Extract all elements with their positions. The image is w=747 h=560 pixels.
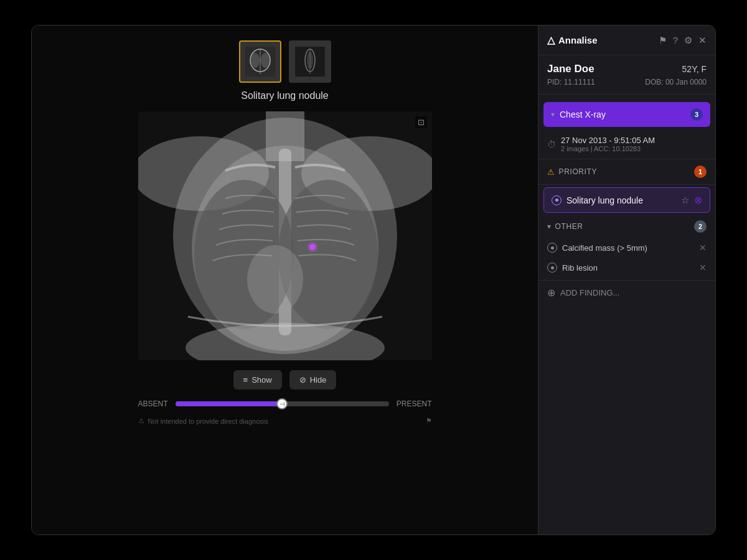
svg-point-4 — [261, 53, 270, 68]
priority-row[interactable]: ⚠ PRIORITY 1 — [538, 159, 715, 185]
hide-icon: ⊘ — [299, 375, 306, 385]
active-finding-row[interactable]: Solitary lung nodule ☆ ⊗ — [543, 187, 710, 213]
patient-name-row: Jane Doe 52Y, F — [547, 63, 707, 75]
other-label: OTHER — [555, 222, 583, 231]
priority-label: PRIORITY — [559, 167, 597, 176]
thumbnail-1[interactable] — [239, 40, 281, 83]
date-row: ⏱ 27 Nov 2013 - 9:51:05 AM 2 images | AC… — [538, 129, 715, 159]
left-panel: Solitary lung nodule — [32, 26, 538, 534]
show-icon: ≡ — [243, 375, 248, 385]
slider-fill — [176, 401, 283, 406]
finding-close-0[interactable]: ✕ — [699, 243, 707, 253]
finding-item-left-1: Rib lesion — [547, 263, 598, 273]
study-row[interactable]: ▾ Chest X-ray 3 — [543, 102, 710, 127]
dob-label: DOB: — [645, 78, 663, 86]
close-circle-icon[interactable]: ⊗ — [694, 194, 702, 206]
finding-item-1: Rib lesion ✕ — [538, 258, 715, 278]
finding-item-left-0: Calcified mass (> 5mm) — [547, 243, 647, 253]
svg-point-21 — [308, 242, 317, 252]
header-icons: ⚑ ? ⚙ ✕ — [659, 35, 707, 46]
settings-button[interactable]: ⚙ — [684, 35, 692, 46]
finding-close-1[interactable]: ✕ — [699, 263, 707, 273]
clock-icon: ⏱ — [547, 139, 556, 149]
controls-row: ≡ Show ⊘ Hide — [233, 370, 337, 390]
thumbnail-row — [239, 40, 331, 83]
brand: △ Annalise — [547, 34, 598, 46]
corner-icon: ⊡ — [415, 116, 427, 128]
scan-label: Solitary lung nodule — [241, 90, 329, 101]
present-label: PRESENT — [397, 399, 432, 408]
eye-icon-1 — [547, 263, 557, 273]
patient-name: Jane Doe — [547, 63, 594, 75]
add-finding-row[interactable]: ⊕ ADD FINDING... — [538, 280, 715, 305]
other-section-header[interactable]: ▾ OTHER 2 — [538, 215, 715, 238]
svg-point-8 — [307, 52, 313, 69]
study-images-acc: 2 images | ACC: 10.10283 — [561, 145, 655, 152]
study-row-left: ▾ Chest X-ray — [551, 110, 606, 119]
dob-value: 00 Jan 0000 — [665, 78, 707, 86]
other-section-left: ▾ OTHER — [547, 222, 583, 231]
hide-button[interactable]: ⊘ Hide — [289, 370, 337, 390]
show-label: Show — [251, 375, 272, 385]
priority-left: ⚠ PRIORITY — [547, 167, 597, 177]
panel-header: △ Annalise ⚑ ? ⚙ ✕ — [538, 26, 715, 55]
thumbnail-2[interactable] — [289, 40, 331, 83]
study-images: 2 images — [561, 145, 589, 152]
warning-icon: ⚠ — [138, 417, 144, 425]
xray-container: ⊡ — [138, 111, 432, 360]
patient-sub-row: PID: 11.11111 DOB: 00 Jan 0000 — [547, 78, 707, 86]
eye-icon-active — [552, 195, 561, 205]
xray-image — [138, 111, 432, 360]
active-finding-label: Solitary lung nodule — [566, 195, 643, 205]
plus-circle-icon: ⊕ — [547, 287, 555, 299]
finding-label-0: Calcified mass (> 5mm) — [562, 243, 647, 253]
footer-note: ⚠ Not intended to provide direct diagnos… — [138, 417, 432, 425]
right-panel: △ Annalise ⚑ ? ⚙ ✕ Jane Doe 52Y, F PID: … — [538, 26, 715, 534]
flag-button[interactable]: ⚑ — [659, 35, 667, 46]
show-button[interactable]: ≡ Show — [233, 370, 282, 390]
finding-item-0: Calcified mass (> 5mm) ✕ — [538, 238, 715, 258]
study-acc: ACC: 10.10283 — [594, 145, 641, 152]
absent-label: ABSENT — [138, 399, 168, 408]
slider-row: ABSENT PRESENT — [138, 399, 432, 408]
study-date: 27 Nov 2013 - 9:51:05 AM — [561, 136, 655, 145]
eye-icon-0 — [547, 243, 557, 253]
date-info: 27 Nov 2013 - 9:51:05 AM 2 images | ACC:… — [561, 136, 655, 152]
svg-point-3 — [251, 53, 260, 68]
patient-dob: DOB: 00 Jan 0000 — [645, 78, 707, 86]
star-icon[interactable]: ☆ — [681, 195, 689, 206]
flag-icon-footer[interactable]: ⚑ — [426, 417, 432, 425]
finding-label-1: Rib lesion — [562, 263, 598, 273]
study-type-label: Chest X-ray — [560, 110, 606, 119]
annalise-logo-icon: △ — [547, 34, 555, 46]
footer-text: Not intended to provide direct diagnosis — [148, 418, 268, 425]
slider-thumb[interactable] — [276, 398, 288, 409]
main-container: Solitary lung nodule — [31, 25, 716, 535]
active-finding-left: Solitary lung nodule — [552, 195, 643, 205]
slider-track[interactable] — [176, 401, 389, 406]
add-finding-label: ADD FINDING... — [560, 288, 619, 297]
warning-icon: ⚠ — [547, 167, 555, 177]
app-title: Annalise — [558, 35, 598, 45]
chevron-down-icon: ▾ — [551, 110, 555, 119]
help-button[interactable]: ? — [673, 35, 678, 45]
other-count-badge: 2 — [694, 220, 707, 233]
panel-body: ▾ Chest X-ray 3 ⏱ 27 Nov 2013 - 9:51:05 … — [538, 95, 715, 534]
other-chevron-icon: ▾ — [547, 222, 552, 231]
pid-value: 11.11111 — [564, 78, 595, 86]
pid-label: PID: — [547, 78, 561, 86]
patient-pid: PID: 11.11111 — [547, 78, 595, 86]
svg-point-18 — [247, 245, 303, 314]
active-finding-right: ☆ ⊗ — [681, 194, 702, 206]
hide-label: Hide — [310, 375, 327, 385]
study-count-badge: 3 — [690, 108, 703, 121]
patient-info: Jane Doe 52Y, F PID: 11.11111 DOB: 00 Ja… — [538, 55, 715, 95]
priority-count-badge: 1 — [694, 166, 707, 178]
close-button[interactable]: ✕ — [698, 35, 707, 46]
patient-age-sex: 52Y, F — [682, 64, 707, 74]
